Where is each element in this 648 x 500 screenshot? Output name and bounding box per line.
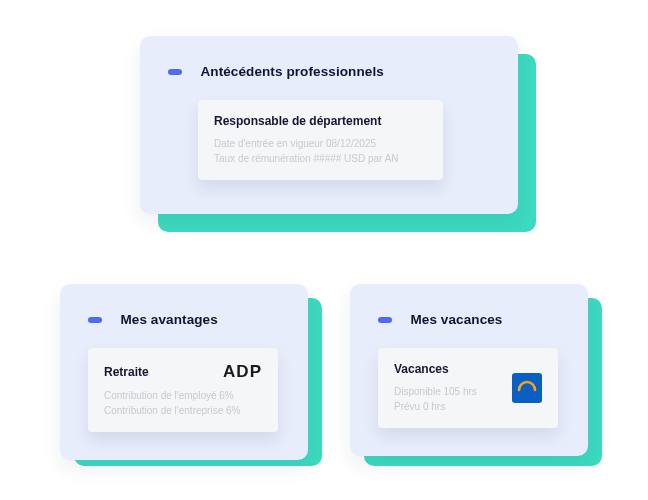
vacation-title: Vacances: [394, 362, 477, 376]
card-header: Antécédents professionnels: [168, 62, 490, 80]
job-title: Responsable de département: [214, 114, 427, 128]
bullet-icon: [88, 317, 102, 323]
available-hours: Disponible 105 hrs: [394, 384, 477, 399]
card-header: Mes avantages: [88, 310, 280, 328]
employee-contribution: Contribution de l'employé 6%: [104, 388, 262, 403]
vacation-item: Vacances Disponible 105 hrs Prévu 0 hrs: [378, 348, 558, 428]
vacation-header-row: Vacances Disponible 105 hrs Prévu 0 hrs: [394, 362, 542, 414]
benefit-item: Retraite ADP Contribution de l'employé 6…: [88, 348, 278, 432]
card-body: Mes avantages Retraite ADP Contribution …: [60, 284, 308, 460]
professional-history-card: Antécédents professionnels Responsable d…: [140, 36, 518, 214]
card-title: Mes vacances: [410, 312, 502, 327]
benefit-header-row: Retraite ADP: [104, 362, 262, 382]
card-title: Mes avantages: [120, 312, 217, 327]
effective-date: Date d'entrée en vigueur 08/12/2025: [214, 136, 427, 151]
bullet-icon: [378, 317, 392, 323]
card-title: Antécédents professionnels: [200, 64, 383, 79]
vacation-card: Mes vacances Vacances Disponible 105 hrs…: [350, 284, 588, 452]
benefit-title: Retraite: [104, 365, 149, 379]
job-item: Responsable de département Date d'entrée…: [198, 100, 443, 180]
benefits-card: Mes avantages Retraite ADP Contribution …: [60, 284, 308, 452]
company-contribution: Contribution de l'entreprise 6%: [104, 403, 262, 418]
planned-hours: Prévu 0 hrs: [394, 399, 477, 414]
adp-logo: ADP: [223, 362, 262, 382]
card-body: Antécédents professionnels Responsable d…: [140, 36, 518, 214]
bullet-icon: [168, 69, 182, 75]
card-body: Mes vacances Vacances Disponible 105 hrs…: [350, 284, 588, 456]
pay-rate: Taux de rémunération ##### USD par AN: [214, 151, 427, 166]
card-header: Mes vacances: [378, 310, 560, 328]
workday-icon: [512, 373, 542, 403]
